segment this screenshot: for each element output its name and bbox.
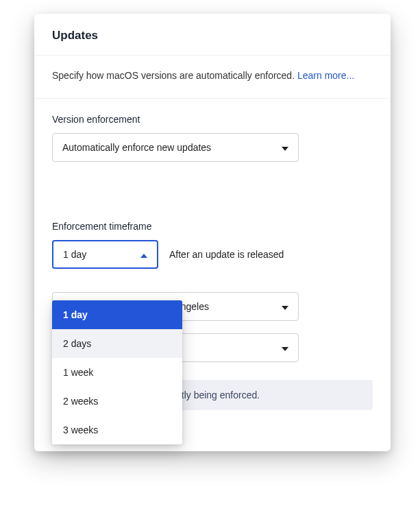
description-text: Specify how macOS versions are automatic… bbox=[34, 56, 391, 99]
timeframe-value: 1 day bbox=[63, 249, 86, 260]
updates-panel: Updates Specify how macOS versions are a… bbox=[34, 14, 391, 451]
description-body: Specify how macOS versions are automatic… bbox=[52, 70, 297, 81]
dropdown-option-1-week[interactable]: 1 week bbox=[52, 358, 182, 387]
timeframe-select[interactable]: 1 day bbox=[52, 240, 158, 269]
dropdown-option-2-weeks[interactable]: 2 weeks bbox=[52, 387, 182, 416]
timeframe-dropdown-menu: 1 day 2 days 1 week 2 weeks 3 weeks bbox=[52, 300, 182, 444]
dropdown-option-3-weeks[interactable]: 3 weeks bbox=[52, 416, 182, 444]
version-enforcement-select[interactable]: Automatically enforce new updates bbox=[52, 133, 299, 162]
caret-down-icon bbox=[282, 342, 288, 353]
version-enforcement-value: Automatically enforce new updates bbox=[62, 142, 211, 153]
page-title: Updates bbox=[34, 14, 391, 56]
caret-up-icon bbox=[140, 249, 147, 260]
version-enforcement-label: Version enforcement bbox=[52, 114, 373, 125]
version-enforcement-block: Version enforcement Automatically enforc… bbox=[34, 99, 391, 162]
caret-down-icon bbox=[282, 301, 288, 312]
enforcement-timeframe-label: Enforcement timeframe bbox=[52, 221, 373, 232]
caret-down-icon bbox=[282, 142, 288, 153]
after-update-text: After an update is released bbox=[169, 249, 284, 260]
learn-more-link[interactable]: Learn more... bbox=[297, 70, 354, 81]
dropdown-option-1-day[interactable]: 1 day bbox=[52, 300, 182, 329]
dropdown-option-2-days[interactable]: 2 days bbox=[52, 329, 182, 358]
timeframe-row: 1 day After an update is released bbox=[52, 240, 373, 269]
